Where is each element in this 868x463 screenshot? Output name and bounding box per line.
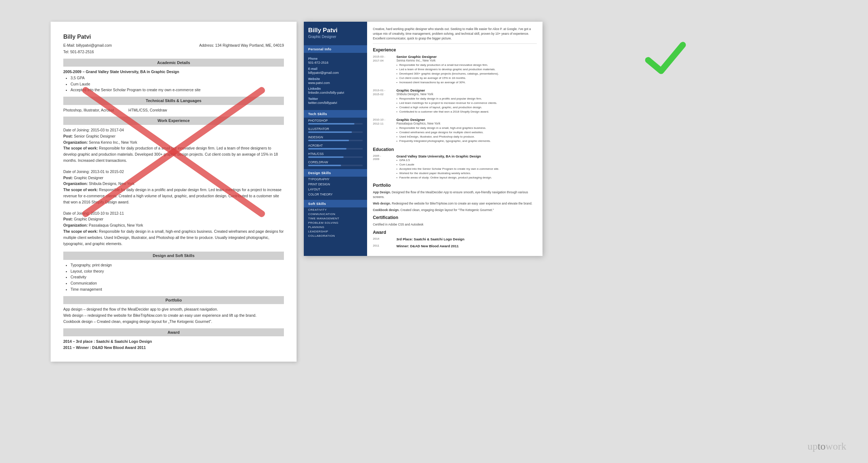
work-org-1: Organization: Senna Kenno Inc., New York [63, 139, 284, 146]
soft-skill-item: TIME MANAGEMENT [304, 216, 367, 220]
sidebar-title: Graphic Designer [308, 35, 363, 39]
award-year: 2011 [373, 244, 393, 248]
exp-details: Graphic DesignerShibula Designs, New Yor… [396, 88, 537, 114]
work-entry-2: Date of Joining: 2013-01 to 2015-02 Post… [63, 169, 284, 205]
tech-skill-name: ACROBAT [304, 143, 367, 148]
skill-bar-fill [308, 131, 352, 133]
edu-bullet: Accepted into the Senior Scholar Program… [396, 167, 537, 171]
portfolio-bold: Cookbook design. [373, 208, 400, 212]
tech-skill-name: ILLUSTRATOR [304, 126, 367, 131]
right-sidebar: Billy Patvi Graphic Designer Personal In… [304, 22, 367, 256]
award-1: 2014 – 3rd place : Saatchi & Saatchi Log… [63, 338, 284, 345]
exp-bullet: Responsible for daily design in a small,… [396, 126, 537, 130]
work-entry-3: Date of Joining: 2010-10 to 2012-11 Post… [63, 210, 284, 247]
skill-bar-bg [308, 123, 363, 125]
soft-skill-item: LEADERSHIP [304, 229, 367, 233]
work-date-1: Date of Joining: 2015-03 to 2017-04 [63, 127, 284, 133]
design-skills-list: Typography, print design Layout, color t… [71, 262, 284, 292]
exp-bullet: Created a high volume of layout, graphic… [396, 105, 537, 110]
twitter-label: Twitter [308, 97, 363, 101]
work-post-1: Post: Senior Graphic Designer [63, 133, 284, 139]
skill-bar-fill [308, 156, 344, 158]
work-scope-1: The scope of work: Responsible for daily… [63, 145, 284, 163]
soft-skill-item: PLANNING [304, 225, 367, 229]
exp-date: 2013-01 - 2015-02 [373, 88, 393, 114]
award-content-left: 2014 – 3rd place : Saatchi & Saatchi Log… [63, 338, 284, 351]
academic-gpa: 3,5 GPA [71, 75, 284, 81]
exp-bullet: Cut client costs by an average of 15% in… [396, 76, 537, 80]
work-entry-1: Date of Joining: 2015-03 to 2017-04 Post… [63, 127, 284, 164]
soft-skill-item: PROBLEM SOLVING [304, 220, 367, 225]
edu-bullet: GPA 3.5 [396, 158, 537, 163]
exp-bullet: Responsible for daily production of a sm… [396, 63, 537, 67]
portfolio-bold: Web design. [373, 202, 391, 205]
soft-skill-item: COMMUNICATION [304, 212, 367, 216]
sidebar-personal-title: Personal Info [304, 45, 367, 53]
edu-details: Grand Valley State University, BA in Gra… [396, 154, 537, 180]
edu-title: Grand Valley State University, BA in Gra… [396, 154, 537, 158]
tech-skills-bars: PHOTOSHOPILLUSTRATORINDESIGNACROBATHTML/… [304, 118, 367, 166]
skill-bar-bg [308, 148, 363, 150]
work-org-3: Organization: Passalaqua Graphics, New Y… [63, 222, 284, 228]
design-skills-content: Typography, print design Layout, color t… [63, 262, 284, 292]
education-entries: 2005 - 2009Grand Valley State University… [373, 154, 537, 180]
portfolio-text: Redesigned the website for BikeTripNow.c… [391, 202, 532, 205]
academic-list: 3,5 GPA Cum Laude Accepted into the Seni… [71, 75, 284, 93]
skill-1: Typography, print design [71, 262, 284, 268]
exp-bullet: Used InDesign, Illustrator, and Photosho… [396, 135, 537, 139]
exp-company: Senna Kenno Inc., New York [396, 59, 537, 62]
portfolio-item-1: App design – designed the flow of the Me… [63, 306, 284, 312]
work-date-2: Date of Joining: 2013-01 to 2015-02 [63, 169, 284, 175]
exp-job-title: Graphic Designer [396, 88, 537, 92]
award-entry: 20143rd Place: Saatchi & Saatchi Logo De… [373, 237, 537, 241]
uptowork-logo: uptowork [808, 441, 846, 452]
skill-bar-bg [308, 140, 363, 141]
education-title: Education [373, 147, 537, 152]
soft-skill-item: CREATIVITY [304, 207, 367, 212]
soft-skills-title: Soft Skills [304, 200, 367, 207]
work-date-3: Date of Joining: 2010-10 to 2012-11 [63, 210, 284, 216]
skill-2: Layout, color theory [71, 268, 284, 274]
award-text: 3rd Place: Saatchi & Saatchi Logo Design [396, 237, 464, 241]
linkedin-label: LinkedIn [308, 87, 363, 91]
exp-details: Senior Graphic DesignerSenna Kenno Inc.,… [396, 55, 537, 85]
work-scope-2: The scope of work: Responsible for daily… [63, 187, 284, 205]
award-year: 2014 [373, 237, 393, 241]
awards-entries: 20143rd Place: Saatchi & Saatchi Logo De… [373, 237, 537, 248]
portfolio-item-3: Cookbook design – Created clean, engagin… [63, 319, 284, 325]
certification-text: Certified in Adobe CS5 and Autodesk [373, 222, 537, 227]
logo-up: up [808, 441, 818, 452]
exp-entry: 2015-03 - 2017-04Senior Graphic Designer… [373, 55, 537, 85]
right-resume: Billy Patvi Graphic Designer Personal In… [304, 22, 542, 256]
portfolio-item: Web design. Redesigned the website for B… [373, 201, 537, 206]
tech-skills-title: Tech Skills [304, 110, 367, 118]
exp-entry: 2013-01 - 2015-02Graphic DesignerShibula… [373, 88, 537, 114]
left-resume: Billy Patvi E-Mail: billypatvi@gmail.com… [51, 22, 297, 362]
portfolio-text: Designed the flow of the MealDecider App… [373, 190, 528, 199]
portfolio-text: Created clean, engaging design layout fo… [400, 208, 494, 212]
skill-4: Communication [71, 280, 284, 286]
design-skills-list: TYPOGRAPHYPRINT DESIGNLAYOUTCOLOR THEORY [304, 177, 367, 197]
academic-header: Academic Details [63, 59, 284, 67]
skill-bar-fill [308, 165, 341, 166]
right-main: Creative, hard working graphic designer … [367, 22, 542, 256]
portfolio-bold: App Design. [373, 190, 391, 194]
award-title: Award [373, 230, 537, 235]
tech-col2: HTML/CSS, Coreldraw [128, 107, 167, 113]
exp-bullet: Created wireframes and page designs for … [396, 130, 537, 135]
logo-work: work [825, 441, 846, 452]
skill-bar-bg [308, 165, 363, 166]
sidebar-name-block: Billy Patvi Graphic Designer [304, 22, 367, 42]
award-text: Winner: D&AD New Blood Award 2011 [396, 244, 459, 248]
work-org-2: Organization: Shibula Designs, New York [63, 181, 284, 187]
experience-entries: 2015-03 - 2017-04Senior Graphic Designer… [373, 55, 537, 143]
award-2: 2011 – Winner : D&AD New Blood Award 201… [63, 345, 284, 351]
twitter-value: twitter.com/billypatvi [308, 101, 363, 105]
skill-bar-fill [308, 148, 346, 150]
tech-skill-name: HTML/CSS [304, 151, 367, 156]
exp-bullet: Frequently integrated photographic, typo… [396, 139, 537, 143]
design-skill-item: TYPOGRAPHY [304, 177, 367, 182]
exp-bullet: Led team meetings for a project to incre… [396, 101, 537, 105]
website-label: Website [308, 77, 363, 81]
website-value: www.patvi.com [308, 81, 363, 85]
